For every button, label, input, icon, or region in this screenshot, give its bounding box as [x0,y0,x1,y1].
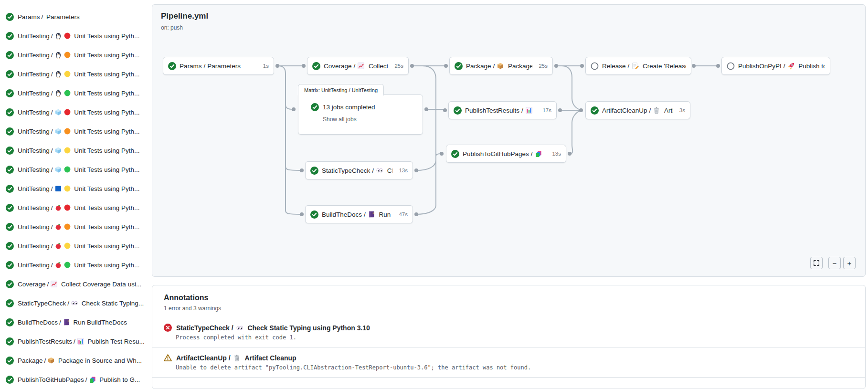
node-job-name: Params [180,63,202,70]
apple-icon [54,204,62,211]
job-name: UnitTesting [18,128,50,135]
node-duration: 13s [549,151,561,157]
sidebar-job-item[interactable]: PublishTestResults / Publish Test Resu..… [0,332,152,351]
workflow-file-title: Pipeline.yml [161,11,208,21]
error-icon [164,324,172,332]
success-check-icon [451,150,459,158]
graph-node-pghp[interactable]: PublishToGitHubPages / ...13s [446,145,566,163]
dot-green-icon [64,89,71,97]
success-check-icon [6,299,14,307]
eyes-icon [71,299,78,307]
graph-node-release[interactable]: Release / Create 'Release P... [585,57,691,75]
penguin-icon [54,70,62,78]
success-check-icon [6,108,14,116]
job-name: UnitTesting [18,71,50,78]
node-duration: 25s [392,63,403,69]
sidebar-job-item[interactable]: UnitTesting / Unit Tests using Pyth... [0,141,152,160]
sidebar-job-item[interactable]: UnitTesting / Unit Tests using Pyth... [0,64,152,84]
job-step-label: Unit Tests using Pyth... [73,185,140,192]
jobs-sidebar: Params / ParametersUnitTesting / Unit Te… [0,0,152,389]
job-step-label: Unit Tests using Pyth... [73,242,140,250]
job-name: StaticTypeCheck [18,300,66,307]
dot-orange-icon [64,127,71,135]
job-step-label: Unit Tests using Pyth... [73,109,140,116]
sidebar-job-item[interactable]: UnitTesting / Unit Tests using Pyth... [0,84,152,103]
sidebar-job-item[interactable]: UnitTesting / Unit Tests using Pyth... [0,236,152,255]
layers-icon [89,376,96,383]
penguin-icon [54,32,62,40]
job-name: UnitTesting [18,147,50,154]
sidebar-job-item[interactable]: UnitTesting / Unit Tests using Pyth... [0,198,152,217]
node-job-name: ArtifactCleanUp [602,107,647,114]
success-check-icon [6,166,14,174]
graph-node-stc[interactable]: StaticTypeCheck / Chec...13s [305,161,413,179]
node-job-name: PublishOnPyPI [738,63,782,70]
node-duration: 13s [396,168,408,173]
sidebar-job-item[interactable]: BuildTheDocs / Run BuildTheDocs [0,313,152,332]
node-step-label: Run Buil... [377,211,393,218]
layers-icon [535,150,542,158]
node-step-label: Collect Cove... [367,63,388,70]
dot-orange-icon [64,223,71,231]
success-check-icon [6,337,14,346]
windows-icon [54,185,62,192]
memo-icon [631,62,639,70]
dot-yellow-icon [64,147,71,154]
job-name: UnitTesting [18,109,50,116]
zoom-out-button[interactable]: − [828,257,841,269]
sidebar-job-item[interactable]: Params / Parameters [0,7,152,26]
graph-node-params[interactable]: Params / Parameters1s [163,57,274,75]
penguin-icon [54,89,62,97]
sidebar-job-item[interactable]: PublishToGitHubPages / Publish to G... [0,370,152,389]
job-name: PublishToGitHubPages [18,376,84,383]
sidebar-job-item[interactable]: UnitTesting / Unit Tests using Pyth... [0,26,152,45]
graph-node-btd[interactable]: BuildTheDocs / Run Buil...47s [305,205,413,223]
sidebar-job-item[interactable]: UnitTesting / Unit Tests using Pyth... [0,217,152,236]
sidebar-job-item[interactable]: Package / Package in Source and Wh... [0,351,152,370]
job-step-label: Publish Test Resu... [86,338,145,345]
graph-node-pypi[interactable]: PublishOnPyPI / Publish to ... [721,57,830,75]
job-step-label: Unit Tests using Pyth... [73,90,140,97]
job-step-label: Unit Tests using Pyth... [73,32,140,40]
success-check-icon [6,185,14,193]
workflow-graph-panel: Pipeline.yml on: push [152,4,866,277]
eyes-icon [236,324,243,332]
success-check-icon [6,51,14,59]
node-job-name: Release [602,63,626,70]
show-all-jobs-link[interactable]: Show all jobs [323,116,357,123]
sidebar-job-item[interactable]: Coverage / Collect Coverage Data usi... [0,274,152,294]
sidebar-job-item[interactable]: UnitTesting / Unit Tests using Pyth... [0,160,152,179]
sidebar-job-item[interactable]: UnitTesting / Unit Tests using Pyth... [0,103,152,122]
job-name: Params [18,13,40,21]
sidebar-job-item[interactable]: UnitTesting / Unit Tests using Pyth... [0,179,152,198]
annotations-summary: 1 error and 3 warnings [164,305,854,312]
success-check-icon [310,167,318,175]
zoom-in-button[interactable]: + [843,257,856,269]
graph-node-coverage[interactable]: Coverage / Collect Cove...25s [307,57,409,75]
job-step-label: Unit Tests using Pyth... [73,71,140,78]
notebook-icon [63,318,70,326]
sidebar-job-item[interactable]: StaticTypeCheck / Check Static Typing... [0,294,152,313]
node-job-name: PublishTestResults [465,107,519,114]
chart-increasing-icon [50,280,58,288]
sidebar-job-item[interactable]: UnitTesting / Unit Tests using Pyth... [0,255,152,274]
success-check-icon [312,62,320,70]
node-job-name: BuildTheDocs [322,211,362,218]
sidebar-job-item[interactable]: UnitTesting / Unit Tests using Pyth... [0,45,152,64]
package-icon [497,62,504,70]
dot-green-icon [64,166,71,173]
graph-node-package[interactable]: Package / Package in So...25s [449,57,553,75]
job-name: UnitTesting [18,262,50,269]
node-job-name: Package [466,63,491,70]
node-duration: 1s [260,63,269,69]
ice-cube-icon [54,166,62,173]
graph-node-ptr[interactable]: PublishTestResults / Pu...17s [448,101,557,119]
sidebar-job-item[interactable]: UnitTesting / Unit Tests using Pyth... [0,122,152,141]
apple-icon [54,242,62,250]
annotation-row-error: StaticTypeCheck / Check Static Typing us… [152,317,865,347]
fullscreen-button[interactable] [810,257,823,269]
node-step-label: ... [544,150,546,158]
graph-node-acu[interactable]: ArtifactCleanUp / Artifac...3s [585,101,690,119]
job-step-label: Unit Tests using Pyth... [73,128,140,135]
trash-icon [233,354,241,362]
